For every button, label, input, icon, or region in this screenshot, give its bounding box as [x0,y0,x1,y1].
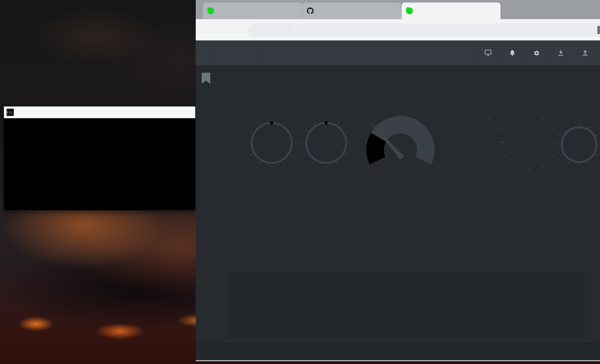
browser-window [196,0,600,361]
terminal-titlebar[interactable]: C:\_ [4,106,195,118]
terminal-window: C:\_ [4,106,195,210]
address-bar[interactable] [248,23,600,37]
cpu-gauge[interactable] [360,107,441,171]
import-button[interactable] [549,40,573,65]
print-monitor-button[interactable] [476,40,500,65]
cut-off-icon [598,26,600,34]
tab-netdata-active[interactable] [402,2,500,19]
net-outbound-gauge[interactable] [499,112,559,172]
cpu-utilization-chart[interactable] [228,273,585,340]
github-favicon [307,8,314,14]
signin-bar [196,343,600,360]
netdata-favicon [405,7,413,14]
forward-button[interactable] [216,24,228,36]
refresh-button[interactable] [231,24,243,36]
gear-icon [533,49,541,57]
netdata-favicon [207,7,214,14]
settings-button[interactable] [524,40,549,65]
monitor-icon [484,49,492,57]
new-tab-button[interactable] [549,5,561,17]
export-button[interactable] [573,40,598,65]
hostname-dropdown[interactable] [215,40,263,65]
net-inbound-gauge[interactable] [445,112,505,172]
tab-netdata-1[interactable] [203,2,302,19]
download-icon [557,49,565,57]
disk-read-gauge[interactable] [246,117,297,168]
window-edge [196,360,600,361]
disk-write-gauge[interactable] [301,117,352,168]
divider [288,26,288,34]
bookmark-icon [202,73,210,84]
used-ram-gauge[interactable] [557,122,600,167]
y-axis-ticks [206,273,226,340]
desktop-screen: C:\_ [0,0,600,364]
upload-icon [581,49,589,57]
terminal-output [4,118,195,210]
bell-icon [508,49,516,57]
tab-strip [196,0,600,19]
back-button[interactable] [200,24,212,36]
tab-github[interactable] [302,2,401,19]
alarms-button[interactable] [500,40,525,65]
browser-toolbar [196,19,600,40]
netdata-navbar [196,40,600,66]
cmd-prompt-icon: C:\_ [7,109,14,116]
